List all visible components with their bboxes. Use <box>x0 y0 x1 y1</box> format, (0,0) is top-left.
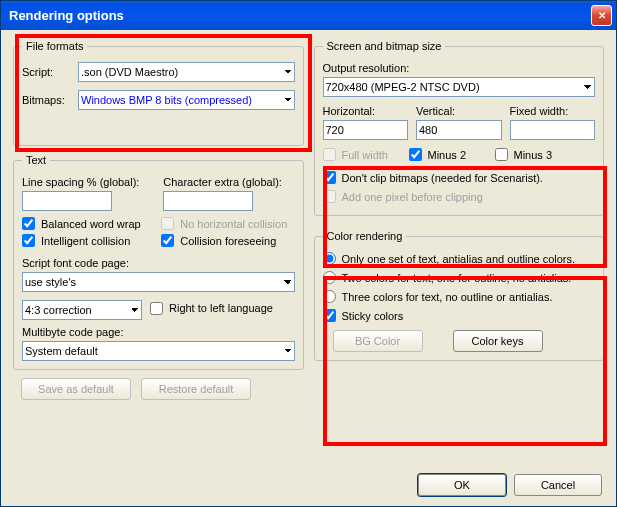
bg-color-button[interactable]: BG Color <box>333 330 423 352</box>
window-title: Rendering options <box>9 8 591 23</box>
titlebar: Rendering options ✕ <box>1 1 616 30</box>
multibyte-label: Multibyte code page: <box>22 326 295 338</box>
collision-foreseeing-checkbox[interactable] <box>161 234 174 247</box>
fixed-width-label: Fixed width: <box>510 105 596 117</box>
color-legend: Color rendering <box>323 230 407 242</box>
no-horizontal-collision-checkbox <box>161 217 174 230</box>
full-width-label: Full width <box>342 149 388 161</box>
dont-clip-label: Don't clip bitmaps (needed for Scenarist… <box>342 172 543 184</box>
collision-foreseeing-label: Collision foreseeing <box>180 235 276 247</box>
file-formats-group: File formats Script: .son (DVD Maestro) … <box>13 40 304 146</box>
color-opt3-label: Three colors for text, no outline or ant… <box>342 291 553 303</box>
correction-select[interactable]: 4:3 correction <box>22 300 142 320</box>
vertical-label: Vertical: <box>416 105 502 117</box>
restore-default-button[interactable]: Restore default <box>141 378 251 400</box>
content-area: File formats Script: .son (DVD Maestro) … <box>1 30 616 506</box>
minus3-checkbox[interactable] <box>495 148 508 161</box>
add-pixel-checkbox <box>323 190 336 203</box>
dont-clip-checkbox[interactable] <box>323 171 336 184</box>
sticky-colors-checkbox[interactable] <box>323 309 336 322</box>
script-label: Script: <box>22 66 72 78</box>
script-select[interactable]: .son (DVD Maestro) <box>78 62 295 82</box>
cancel-button[interactable]: Cancel <box>514 474 602 496</box>
intelligent-collision-checkbox[interactable] <box>22 234 35 247</box>
ok-button[interactable]: OK <box>418 474 506 496</box>
color-opt2-radio[interactable] <box>323 271 336 284</box>
line-spacing-label: Line spacing % (global): <box>22 176 153 188</box>
script-font-label: Script font code page: <box>22 257 295 269</box>
color-opt1-label: Only one set of text, antialias and outl… <box>342 253 576 265</box>
right-to-left-checkbox[interactable] <box>150 302 163 315</box>
file-formats-legend: File formats <box>22 40 87 52</box>
color-opt2-label: Two colors for text, one for outline, no… <box>342 272 572 284</box>
char-extra-input[interactable] <box>163 191 253 211</box>
text-group: Text Line spacing % (global): Character … <box>13 154 304 370</box>
char-extra-label: Character extra (global): <box>163 176 294 188</box>
rendering-options-window: Rendering options ✕ File formats Script:… <box>0 0 617 507</box>
color-opt1-radio[interactable] <box>323 252 336 265</box>
output-res-label: Output resolution: <box>323 62 596 74</box>
full-width-checkbox <box>323 148 336 161</box>
minus3-label: Minus 3 <box>514 149 553 161</box>
color-rendering-group: Color rendering Only one set of text, an… <box>314 230 605 361</box>
no-horizontal-collision-label: No horizontal collision <box>180 218 287 230</box>
text-legend: Text <box>22 154 50 166</box>
multibyte-select[interactable]: System default <box>22 341 295 361</box>
right-to-left-label: Right to left language <box>169 302 273 314</box>
balanced-word-wrap-checkbox[interactable] <box>22 217 35 230</box>
intelligent-collision-label: Intelligent collision <box>41 235 130 247</box>
horizontal-input[interactable] <box>323 120 409 140</box>
bitmaps-label: Bitmaps: <box>22 94 72 106</box>
balanced-word-wrap-label: Balanced word wrap <box>41 218 141 230</box>
close-button[interactable]: ✕ <box>591 5 612 26</box>
script-font-select[interactable]: use style's <box>22 272 295 292</box>
screen-legend: Screen and bitmap size <box>323 40 446 52</box>
add-pixel-label: Add one pixel before clipping <box>342 191 483 203</box>
output-res-select[interactable]: 720x480 (MPEG-2 NTSC DVD) <box>323 77 596 97</box>
minus2-label: Minus 2 <box>428 149 467 161</box>
line-spacing-input[interactable] <box>22 191 112 211</box>
close-icon: ✕ <box>598 10 606 21</box>
color-keys-button[interactable]: Color keys <box>453 330 543 352</box>
sticky-colors-label: Sticky colors <box>342 310 404 322</box>
color-opt3-radio[interactable] <box>323 290 336 303</box>
horizontal-label: Horizontal: <box>323 105 409 117</box>
save-as-default-button[interactable]: Save as default <box>21 378 131 400</box>
vertical-input[interactable] <box>416 120 502 140</box>
screen-bitmap-group: Screen and bitmap size Output resolution… <box>314 40 605 216</box>
bitmaps-select[interactable]: Windows BMP 8 bits (compressed) <box>78 90 295 110</box>
fixed-width-input[interactable] <box>510 120 596 140</box>
minus2-checkbox[interactable] <box>409 148 422 161</box>
